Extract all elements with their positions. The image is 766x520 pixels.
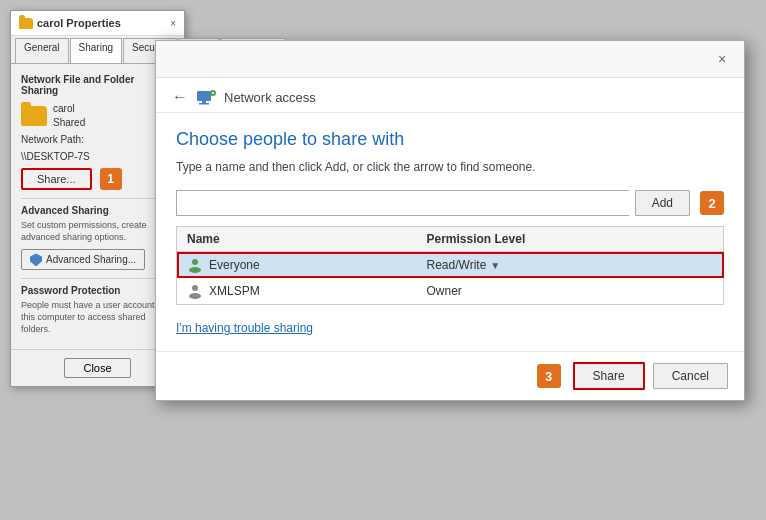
advanced-sharing-section: Advanced Sharing Set custom permissions,… [21, 198, 174, 270]
everyone-permission-text: Read/Write [427, 258, 487, 272]
add-button[interactable]: Add [635, 190, 690, 216]
folder-name: carol [53, 102, 85, 116]
main-dialog-footer: 3 Share Cancel [156, 351, 744, 400]
sharing-section-title: Network File and Folder Sharing [21, 74, 174, 96]
password-protection-desc: People must have a user account on this … [21, 300, 174, 335]
svg-point-6 [192, 285, 198, 291]
bg-window-title-left: carol Properties [19, 17, 121, 29]
advanced-sharing-title: Advanced Sharing [21, 205, 174, 216]
password-protection-title: Password Protection [21, 285, 174, 296]
xmlspm-name: XMLSPM [209, 284, 260, 298]
trouble-sharing-link[interactable]: I'm having trouble sharing [176, 321, 313, 335]
xmlspm-permission-cell: Owner [417, 278, 724, 305]
network-access-dialog: × ← Network access Choose people to shar… [155, 40, 745, 401]
col-name: Name [177, 227, 417, 252]
step3-badge: 3 [537, 364, 561, 388]
everyone-user-cell: Everyone [187, 257, 407, 273]
footer-cancel-button[interactable]: Cancel [653, 363, 728, 389]
tab-sharing[interactable]: Sharing [70, 38, 122, 63]
share-button[interactable]: Share... [21, 168, 92, 190]
share-name-input[interactable] [176, 190, 629, 216]
network-path-row: Network Path: [21, 134, 174, 145]
folder-large-icon [21, 106, 47, 126]
network-path: \\DESKTOP-7S [21, 151, 174, 162]
folder-icon [19, 18, 33, 29]
col-permission: Permission Level [417, 227, 724, 252]
bg-window-title: carol Properties [37, 17, 121, 29]
header-title: Network access [224, 90, 316, 105]
xmlspm-permission-text: Owner [427, 284, 462, 298]
xmlspm-user-icon [187, 283, 203, 299]
step1-badge: 1 [100, 168, 122, 190]
network-label: Network Path: [21, 134, 84, 145]
advanced-sharing-button[interactable]: Advanced Sharing... [21, 249, 145, 270]
sharing-table: Name Permission Level Everyone [176, 226, 724, 305]
table-row-everyone[interactable]: Everyone Read/Write ▼ [177, 252, 724, 279]
tab-general[interactable]: General [15, 38, 69, 63]
svg-point-7 [189, 293, 201, 299]
share-input-row: Add 2 [176, 190, 724, 216]
everyone-name: Everyone [209, 258, 260, 272]
xmlspm-name-cell: XMLSPM [177, 278, 417, 305]
folder-display: carol Shared [21, 102, 174, 130]
table-row-xmlspm[interactable]: XMLSPM Owner [177, 278, 724, 305]
folder-status: Shared [53, 116, 85, 130]
main-dialog-body: Choose people to share with Type a name … [156, 113, 744, 351]
close-button[interactable]: Close [64, 358, 130, 378]
xmlspm-user-cell: XMLSPM [187, 283, 407, 299]
password-protection-section: Password Protection People must have a u… [21, 278, 174, 335]
svg-rect-2 [199, 103, 209, 105]
shield-icon [30, 253, 42, 266]
network-icon [196, 88, 216, 106]
bg-close-button[interactable]: × [170, 18, 176, 29]
choose-heading: Choose people to share with [176, 129, 724, 150]
svg-point-5 [189, 267, 201, 273]
svg-rect-0 [197, 91, 211, 101]
share-btn-container: Share... 1 [21, 168, 174, 190]
everyone-permission-value: Read/Write ▼ [427, 258, 714, 272]
bg-window-titlebar: carol Properties × [11, 11, 184, 36]
step2-badge: 2 [700, 191, 724, 215]
everyone-permission-cell: Read/Write ▼ [417, 252, 724, 279]
main-close-button[interactable]: × [712, 49, 732, 69]
table-header-row: Name Permission Level [177, 227, 724, 252]
footer-share-button[interactable]: Share [573, 362, 645, 390]
folder-labels: carol Shared [53, 102, 85, 130]
advanced-sharing-desc: Set custom permissions, create advanced … [21, 220, 174, 243]
permission-dropdown-arrow[interactable]: ▼ [490, 260, 500, 271]
main-dialog-header: ← Network access [156, 78, 744, 113]
main-dialog-titlebar: × [156, 41, 744, 78]
svg-point-4 [192, 259, 198, 265]
everyone-name-cell: Everyone [177, 252, 417, 279]
instruction-text: Type a name and then click Add, or click… [176, 160, 724, 174]
everyone-user-icon [187, 257, 203, 273]
back-arrow-icon[interactable]: ← [172, 88, 188, 106]
advanced-sharing-btn-label: Advanced Sharing... [46, 254, 136, 265]
